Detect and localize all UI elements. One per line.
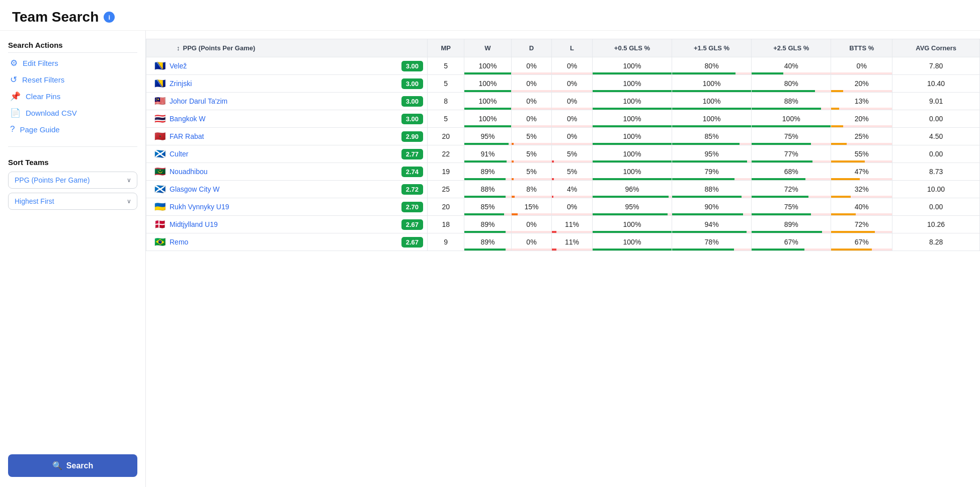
l-bar [552, 196, 553, 198]
team-flag: 🇺🇦 [154, 201, 166, 212]
reset-filters-action[interactable]: ↺ Reset Filters [8, 71, 137, 88]
p15-value: 78% [672, 234, 751, 250]
p05-bar [593, 108, 672, 110]
btts-value: 72% [831, 216, 892, 232]
w-bar [464, 108, 511, 110]
edit-filters-label: Edit Filters [23, 59, 58, 67]
th-p25[interactable]: +2.5 GLS % [752, 39, 831, 57]
w-bar [464, 178, 506, 180]
w-value: 100% [464, 111, 511, 127]
p05-cell: 100% [592, 163, 672, 181]
w-cell: 100% [464, 110, 511, 128]
l-value: 0% [552, 58, 592, 74]
p05-bar [593, 143, 672, 145]
th-p15[interactable]: +1.5 GLS % [672, 39, 752, 57]
table-row: 🇧🇦 Velež 3.00 5 100% 0% 0% 100% 80% [146, 57, 980, 75]
sort-order-select[interactable]: Highest First Lowest First [8, 193, 137, 210]
sort-by-select[interactable]: PPG (Points Per Game) MP W% [8, 172, 137, 189]
main-layout: Search Actions ⚙ Edit Filters ↺ Reset Fi… [0, 31, 980, 487]
download-csv-action[interactable]: 📄 Download CSV [8, 105, 137, 121]
p15-cell: 94% [672, 216, 752, 233]
p05-bar [593, 196, 669, 198]
l-value: 0% [552, 93, 592, 109]
p15-cell: 100% [672, 110, 752, 128]
p15-bar [672, 178, 734, 180]
l-value: 0% [552, 75, 592, 92]
p25-value: 77% [752, 146, 831, 162]
team-name[interactable]: FAR Rabat [170, 132, 397, 140]
p05-value: 100% [593, 128, 672, 144]
sort-by-wrapper: PPG (Points Per Game) MP W% [8, 172, 137, 189]
p25-bar [752, 125, 831, 127]
p05-bar [593, 178, 672, 180]
p15-bar-container [672, 196, 751, 198]
team-name[interactable]: Culter [170, 150, 397, 158]
p15-bar [672, 90, 751, 92]
w-bar-container [464, 108, 511, 110]
l-cell: 0% [552, 93, 593, 110]
p25-bar-container [752, 108, 831, 110]
team-name[interactable]: Midtjylland U19 [170, 220, 397, 228]
sidebar: Search Actions ⚙ Edit Filters ↺ Reset Fi… [0, 31, 146, 487]
team-name[interactable]: Remo [170, 238, 397, 246]
team-name[interactable]: Johor Darul Ta'zim [170, 97, 397, 105]
team-flag: 🇧🇷 [154, 236, 166, 248]
d-cell: 0% [511, 75, 552, 93]
th-p05[interactable]: +0.5 GLS % [592, 39, 672, 57]
ppg-badge: 2.74 [401, 167, 423, 177]
team-name[interactable]: Bangkok W [170, 115, 397, 123]
th-avg-corners[interactable]: AVG Corners [892, 39, 980, 57]
btts-bar [831, 90, 843, 92]
p25-cell: 75% [752, 128, 831, 145]
ppg-badge: 2.72 [401, 184, 423, 195]
info-icon[interactable]: i [104, 12, 115, 23]
team-name[interactable]: Glasgow City W [170, 185, 397, 193]
btts-bar [831, 231, 875, 233]
mp-value: 25 [428, 181, 464, 197]
team-name[interactable]: Zrinjski [170, 79, 397, 88]
w-bar [464, 90, 511, 92]
l-cell: 5% [552, 163, 593, 181]
edit-filters-action[interactable]: ⚙ Edit Filters [8, 55, 137, 71]
team-name[interactable]: Velež [170, 62, 397, 70]
team-name[interactable]: Rukh Vynnyky U19 [170, 203, 397, 211]
team-flag: 🇲🇷 [154, 166, 166, 177]
ppg-badge: 2.67 [401, 237, 423, 248]
ppg-badge: 2.67 [401, 219, 423, 230]
btts-cell: 13% [831, 93, 892, 110]
d-cell: 0% [511, 110, 552, 128]
l-bar-container [552, 143, 592, 145]
team-name[interactable]: Nouadhibou [170, 168, 397, 176]
l-cell: 0% [552, 57, 593, 75]
th-d[interactable]: D [511, 39, 552, 57]
w-bar-container [464, 90, 511, 92]
page-guide-action[interactable]: ? Page Guide [8, 121, 137, 137]
l-cell: 0% [552, 110, 593, 128]
l-value: 11% [552, 216, 592, 232]
th-l[interactable]: L [552, 39, 593, 57]
p15-bar-container [672, 160, 751, 163]
team-flag: 🇹🇭 [154, 113, 166, 124]
ppg-badge: 2.90 [401, 131, 423, 142]
p25-value: 68% [752, 164, 831, 180]
mp-value: 9 [428, 234, 464, 250]
avg-corners-cell: 10.00 [892, 181, 980, 198]
btts-bar [831, 249, 872, 251]
avg-corners-value: 8.73 [892, 164, 979, 180]
th-w[interactable]: W [464, 39, 511, 57]
d-bar-container [512, 231, 552, 233]
mp-cell: 5 [428, 57, 464, 75]
p15-bar-container [672, 143, 751, 145]
team-cell-8: 🇺🇦 Rukh Vynnyky U19 2.70 [146, 198, 428, 216]
d-value: 8% [512, 181, 552, 197]
p05-bar [593, 125, 672, 127]
th-mp[interactable]: MP [428, 39, 464, 57]
p25-cell: 67% [752, 233, 831, 251]
sort-teams-title: Sort Teams [8, 158, 137, 167]
ppg-badge: 3.00 [401, 96, 423, 107]
search-button[interactable]: 🔍 Search [8, 454, 137, 477]
th-ppg[interactable]: ↕ PPG (Points Per Game) [146, 39, 428, 57]
th-btts[interactable]: BTTS % [831, 39, 892, 57]
ppg-badge: 3.00 [401, 114, 423, 124]
clear-pins-action[interactable]: 📌 Clear Pins [8, 88, 137, 105]
